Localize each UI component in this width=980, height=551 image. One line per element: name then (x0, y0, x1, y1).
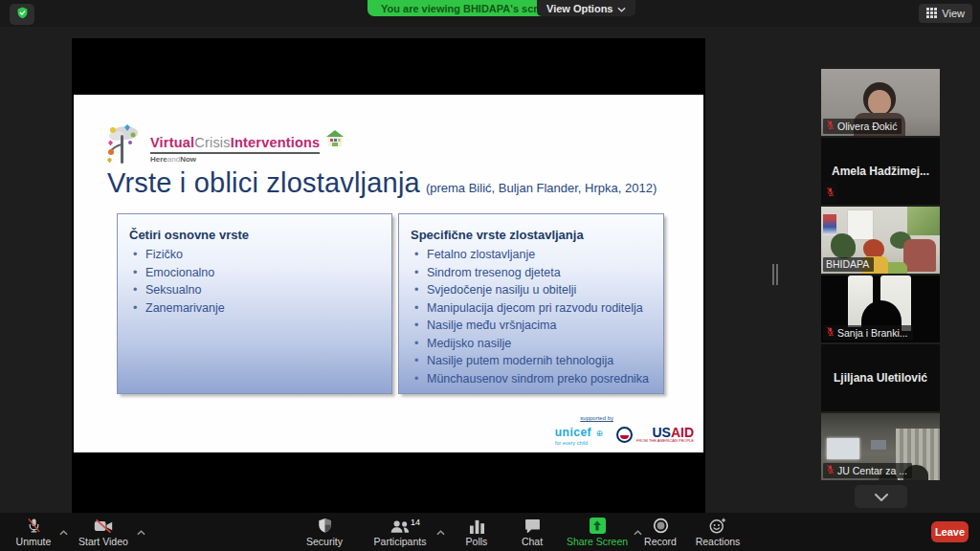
participant-tile-bhidapa-active-speaker[interactable]: BHIDAPA (821, 207, 940, 274)
list-item: Manipulacija djecom pri razvodu roditelj… (411, 299, 652, 318)
record-label: Record (644, 536, 677, 547)
muted-mic-icon (26, 516, 42, 534)
brand-wordmark: VirtualCrisisInterventions (150, 135, 320, 154)
chat-button[interactable]: Chat (514, 516, 550, 547)
polls-button[interactable]: Polls (457, 516, 497, 547)
vci-tree-icon (104, 123, 145, 171)
security-button[interactable]: Security (301, 516, 348, 547)
list-item: Emocionalno (129, 264, 380, 282)
participant-name-label: JU Centar za ... (823, 463, 912, 478)
meeting-security-shield-button[interactable] (10, 4, 34, 25)
list-item: Svjedočenje nasilju u obitelji (411, 281, 652, 299)
list-item: Zanemarivanje (129, 299, 380, 318)
scroll-more-participants-button[interactable] (855, 485, 907, 508)
participant-name-center: Ljiljana Uletilović (821, 344, 940, 411)
zoom-meeting-window: You are viewing BHIDAPA's screen View Op… (0, 0, 980, 551)
participant-name-label: Sanja i Branki... (823, 325, 913, 341)
polls-label: Polls (466, 536, 488, 547)
list-item: Seksualno (129, 281, 380, 299)
chat-label: Chat (522, 536, 543, 547)
view-options-dropdown[interactable]: View Options (537, 0, 635, 16)
participant-name-label: BHIDAPA (823, 257, 874, 272)
slide-title: Vrste i oblici zlostavljanja (107, 167, 420, 198)
polls-bars-icon (469, 516, 485, 534)
usaid-seal-icon (616, 427, 633, 443)
list-item: Fetalno zlostavljanje (411, 246, 652, 264)
muted-mic-icon (826, 464, 835, 476)
usaid-logo: USAID FROM THE AMERICAN PEOPLE (616, 427, 694, 443)
basic-types-heading: Četiri osnovne vrste (129, 228, 380, 242)
slide-subtitle: (prema Bilić, Buljan Flander, Hrpka, 201… (426, 181, 657, 195)
participant-tile-olivera[interactable]: Olivera Đokić (821, 69, 940, 136)
participant-name-label: Olivera Đokić (823, 119, 902, 134)
video-options-caret[interactable] (137, 522, 145, 540)
participants-label: Participants (374, 536, 427, 547)
participant-tile-ljiljana[interactable]: Ljiljana Uletilović (821, 344, 940, 411)
muted-mic-icon (823, 182, 837, 203)
participants-button[interactable]: Participants 14 (368, 516, 432, 547)
supported-by-text: supported by (555, 415, 613, 421)
share-screen-label: Share Screen (567, 536, 628, 547)
brand-interventions: Interventions (231, 135, 321, 150)
panel-resize-handle[interactable] (772, 264, 778, 285)
top-bar: You are viewing BHIDAPA's screen View Op… (0, 0, 980, 27)
screen-share-banner-text: You are viewing BHIDAPA's screen (381, 3, 556, 14)
list-item: Münchausenov sindrom preko posrednika (411, 370, 652, 388)
leave-button[interactable]: Leave (931, 521, 969, 542)
view-button-label: View (942, 8, 965, 19)
unmute-label: Unmute (16, 536, 52, 547)
security-shield-icon (318, 516, 332, 534)
participants-options-caret[interactable] (436, 522, 445, 540)
video-off-icon (94, 516, 113, 534)
slide-sponsor-footer: supported by unicef ⊕ for every child US… (555, 415, 694, 446)
participant-tile-sanja[interactable]: Sanja i Branki... (821, 276, 940, 342)
shared-screen-area: VirtualCrisisInterventions HereandNow Vr (72, 38, 705, 514)
start-video-label: Start Video (78, 536, 128, 547)
grid-view-icon (926, 8, 937, 20)
chat-bubble-icon (524, 516, 541, 534)
meeting-toolbar: Unmute Start Video Security Participants (0, 513, 980, 551)
record-button[interactable]: Record (638, 516, 682, 547)
basic-types-list: Fizičko Emocionalno Seksualno Zanemariva… (129, 246, 380, 317)
participant-name-center: Amela Hadžimej... (821, 138, 940, 205)
view-options-label: View Options (546, 3, 612, 14)
list-item: Nasilje među vršnjacima (411, 317, 652, 335)
share-screen-button[interactable]: Share Screen (565, 516, 630, 547)
share-screen-icon (590, 516, 606, 534)
record-circle-icon (653, 516, 669, 534)
participants-icon (390, 516, 411, 534)
presentation-slide: VirtualCrisisInterventions HereandNow Vr (74, 95, 703, 452)
reactions-label: Reactions (696, 536, 741, 547)
audio-options-caret[interactable] (59, 522, 68, 540)
reactions-smiley-icon (709, 516, 726, 534)
list-item: Fizičko (129, 246, 380, 264)
participant-tile-amela[interactable]: Amela Hadžimej... (821, 138, 940, 205)
brand-tagline: HereandNow (150, 155, 320, 164)
list-item: Medijsko nasilje (411, 335, 652, 353)
vci-logo: VirtualCrisisInterventions HereandNow (104, 123, 345, 171)
unmute-button[interactable]: Unmute (11, 516, 56, 547)
bhidapa-house-icon (325, 129, 345, 152)
participants-count-badge: 14 (411, 518, 420, 527)
specific-types-list: Fetalno zlostavljanje Sindrom tresenog d… (411, 246, 652, 387)
start-video-button[interactable]: Start Video (75, 516, 132, 547)
basic-types-box: Četiri osnovne vrste Fizičko Emocionalno… (117, 213, 392, 394)
reactions-button[interactable]: Reactions (691, 516, 745, 547)
unicef-logo: unicef ⊕ for every child (555, 423, 603, 446)
muted-mic-icon (826, 326, 835, 339)
muted-mic-icon (826, 120, 835, 132)
security-label: Security (306, 536, 343, 547)
list-item: Sindrom tresenog djeteta (411, 264, 652, 282)
view-layout-button[interactable]: View (919, 4, 972, 23)
brand-crisis: Crisis (194, 135, 230, 150)
specific-types-heading: Specifične vrste zlostavljanja (411, 228, 652, 242)
shield-check-icon (16, 6, 29, 24)
brand-virtual: Virtual (150, 135, 194, 150)
specific-types-box: Specifične vrste zlostavljanja Fetalno z… (398, 213, 664, 394)
participant-tile-ju-centar[interactable]: JU Centar za ... (821, 413, 940, 480)
chevron-down-icon (875, 488, 888, 505)
chevron-down-icon (617, 3, 626, 14)
list-item: Nasilje putem modernih tehnologija (411, 352, 652, 370)
